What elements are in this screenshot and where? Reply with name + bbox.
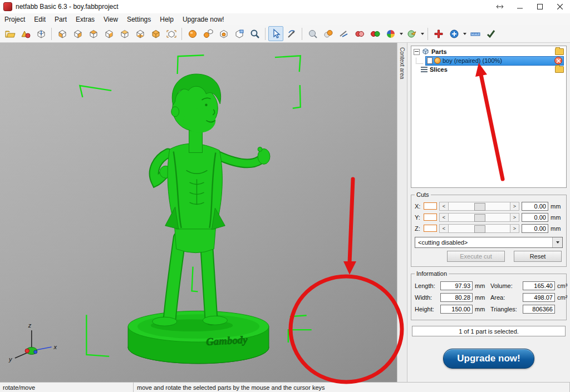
viewport-3d[interactable]: Gambody (0, 43, 397, 382)
project-info-button[interactable] (33, 26, 48, 41)
slider-right-arrow-icon[interactable]: > (510, 213, 519, 222)
scene-canvas[interactable]: Gambody (0, 43, 397, 382)
cut-row-y: Y: < > mm (415, 212, 563, 222)
apply-check-button[interactable] (483, 26, 498, 41)
resize-width-icon[interactable] (490, 0, 510, 13)
measure-mode-dropdown-icon[interactable] (420, 27, 425, 41)
menu-item-part[interactable]: Part (50, 14, 71, 24)
add-part-button[interactable] (18, 26, 33, 41)
selected-part-row[interactable]: boy (repaired) (100%) (425, 56, 564, 66)
menu-item-help[interactable]: Help (155, 14, 178, 24)
view-right-button[interactable] (101, 26, 116, 41)
measure-mode-button[interactable] (404, 26, 419, 41)
view-bottom-button[interactable] (132, 26, 148, 41)
tree-row-part-boy[interactable]: boy (repaired) (100%) (411, 56, 566, 65)
view-front-button[interactable] (55, 26, 70, 41)
visibility-eye-icon[interactable] (434, 57, 441, 64)
repair-dropdown-icon[interactable] (462, 27, 467, 41)
cut-value-input-x[interactable] (522, 202, 548, 211)
model-boy[interactable]: Gambody (128, 74, 270, 364)
export-slices-folder-icon[interactable] (555, 66, 564, 73)
slider-thumb[interactable] (474, 214, 485, 222)
slider-left-arrow-icon[interactable]: < (439, 224, 449, 233)
slider-right-arrow-icon[interactable]: > (510, 202, 519, 211)
slider-track[interactable] (449, 202, 510, 211)
slider-track[interactable] (449, 213, 510, 222)
compare-parts-button[interactable] (321, 26, 336, 41)
cut-color-swatch[interactable] (424, 202, 437, 210)
app-window: netfabb Basic 6.3 - boy.fabbproject Proj… (0, 0, 570, 392)
show-platform-button[interactable] (232, 26, 247, 41)
cut-slider-x[interactable]: < > (439, 202, 519, 211)
show-all-parts-button[interactable] (216, 26, 231, 41)
zoom-selected-button[interactable] (200, 26, 215, 41)
info-label: Length: (415, 282, 438, 289)
maximize-button[interactable] (530, 0, 550, 13)
slider-thumb[interactable] (474, 203, 485, 211)
display-mode-dropdown-icon[interactable] (399, 27, 404, 41)
slider-right-arrow-icon[interactable]: > (510, 224, 519, 233)
minimize-button[interactable] (510, 0, 530, 13)
collapse-icon[interactable] (414, 49, 420, 55)
menu-item-settings[interactable]: Settings (122, 14, 155, 24)
menu-item-project[interactable]: Project (0, 14, 30, 24)
tree-row-slices[interactable]: Slices (411, 65, 566, 74)
slider-left-arrow-icon[interactable]: < (439, 213, 449, 222)
width-value[interactable] (440, 293, 473, 302)
information-group: Information Length: mm Volume: cm³ Width… (411, 274, 567, 320)
triangles-value[interactable] (523, 305, 555, 314)
slider-left-arrow-icon[interactable]: < (439, 202, 449, 211)
view-fit-button[interactable] (164, 26, 179, 41)
info-unit: mm (475, 306, 488, 312)
info-unit: mm (475, 294, 488, 301)
height-value[interactable] (440, 305, 473, 314)
info-row-height: Height: mm Triangles: (415, 305, 563, 314)
export-parts-folder-icon[interactable] (555, 48, 564, 55)
length-value[interactable] (440, 281, 473, 290)
add-plus-button[interactable] (431, 26, 446, 41)
execute-cut-button[interactable]: Execute cut (447, 251, 505, 262)
view-top-button[interactable] (117, 26, 132, 41)
measure-tool-button[interactable] (468, 26, 483, 41)
close-button[interactable] (550, 0, 570, 13)
menu-item-extras[interactable]: Extras (71, 14, 99, 24)
cut-slider-z[interactable]: < > (439, 224, 519, 233)
menu-item-edit[interactable]: Edit (30, 14, 50, 24)
upgrade-now-button[interactable]: Upgrade now! (443, 349, 534, 369)
menu-item-view[interactable]: View (99, 14, 122, 24)
area-value[interactable] (523, 293, 555, 302)
cutting-mode-dropdown[interactable]: <cutting disabled> (415, 237, 563, 248)
slider-track[interactable] (449, 224, 510, 233)
context-area-tab[interactable]: Context area (397, 43, 407, 382)
collision-check-button[interactable] (352, 26, 367, 41)
cut-value-input-z[interactable] (522, 224, 548, 233)
view-left-button[interactable] (86, 26, 101, 41)
dropdown-chevron-icon[interactable] (552, 237, 562, 247)
rotate-tool-button[interactable] (284, 26, 299, 41)
quality-check-button[interactable] (367, 26, 382, 41)
menu-item-upgrade-now[interactable]: Upgrade now! (178, 14, 229, 24)
display-mode-button[interactable] (383, 26, 398, 41)
open-project-button[interactable] (2, 26, 17, 41)
part-remove-icon[interactable] (554, 57, 562, 64)
cut-color-swatch[interactable] (424, 225, 437, 232)
cut-slider-y[interactable]: < > (439, 213, 519, 222)
tree-row-parts[interactable]: Parts (411, 47, 566, 56)
view-iso-button[interactable] (148, 26, 163, 41)
selection-status-text: 1 of 1 part is selected. (459, 328, 519, 335)
app-icon (3, 2, 12, 11)
reset-button[interactable]: Reset (514, 251, 562, 262)
slider-thumb[interactable] (474, 225, 485, 233)
view-back-button[interactable] (70, 26, 85, 41)
cut-value-input-y[interactable] (522, 213, 548, 222)
select-tool-button[interactable] (268, 26, 283, 41)
cut-tool-button[interactable] (336, 26, 351, 41)
zoom-box-button[interactable] (247, 26, 262, 41)
analyze-part-button[interactable] (305, 26, 320, 41)
volume-value[interactable] (523, 281, 555, 290)
repair-part-button[interactable] (446, 26, 461, 41)
zoom-to-part-button[interactable] (185, 26, 200, 41)
cut-row-z: Z: < > mm (415, 224, 563, 233)
status-mode: rotate/move (0, 383, 134, 392)
cut-color-swatch[interactable] (424, 214, 437, 221)
